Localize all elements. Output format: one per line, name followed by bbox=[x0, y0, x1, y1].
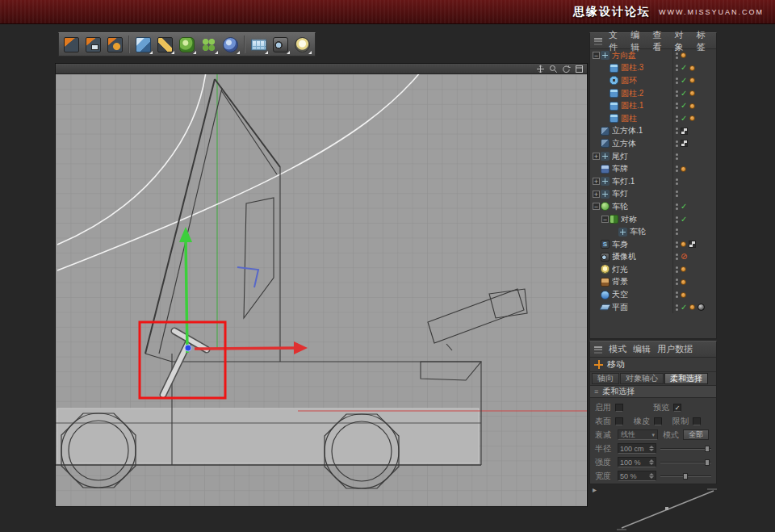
expand-toggle[interactable]: − bbox=[601, 216, 609, 223]
tab-axis[interactable]: 轴向 bbox=[592, 373, 619, 384]
tree-row[interactable]: 天空 bbox=[590, 288, 716, 301]
material-tag-icon[interactable] bbox=[698, 304, 705, 311]
object-label[interactable]: 车身 bbox=[612, 239, 628, 250]
tree-row[interactable]: +车灯.1 bbox=[590, 175, 716, 188]
tree-row[interactable]: 摄像机⊘ bbox=[590, 251, 716, 264]
visibility-dots[interactable] bbox=[676, 77, 678, 84]
tree-row[interactable]: 圆环✓ bbox=[590, 74, 716, 87]
tree-row[interactable]: 圆柱.2✓ bbox=[590, 87, 716, 100]
tree-row[interactable]: +尾灯 bbox=[590, 150, 716, 163]
checkbox[interactable] bbox=[654, 417, 662, 425]
visibility-dots[interactable] bbox=[676, 253, 678, 260]
tree-row[interactable]: 圆柱✓ bbox=[590, 112, 716, 125]
am-menu-item[interactable]: 模式 bbox=[609, 343, 626, 355]
toolbar-button[interactable] bbox=[105, 35, 125, 55]
falloff-curve[interactable] bbox=[614, 486, 720, 532]
tree-row[interactable]: +车灯 bbox=[590, 188, 716, 201]
am-menu-item[interactable]: 用户数据 bbox=[657, 343, 693, 355]
tree-row[interactable]: 车身 bbox=[590, 238, 716, 251]
toolbar-button[interactable] bbox=[133, 35, 153, 55]
expand-toggle[interactable]: + bbox=[593, 191, 600, 198]
enabled-check-icon[interactable]: ✓ bbox=[681, 64, 687, 72]
enabled-check-icon[interactable]: ✓ bbox=[681, 216, 687, 224]
checkbox[interactable]: ✓ bbox=[673, 404, 681, 412]
expand-toggle[interactable]: + bbox=[593, 153, 600, 160]
slider-handle[interactable] bbox=[705, 459, 710, 466]
object-label[interactable]: 圆柱.3 bbox=[621, 62, 643, 73]
toggle-view-icon[interactable] bbox=[575, 65, 584, 73]
checkbox[interactable] bbox=[615, 417, 623, 425]
visibility-dots[interactable] bbox=[676, 165, 678, 172]
object-label[interactable]: 立方体 bbox=[612, 138, 636, 149]
checkbox[interactable] bbox=[693, 417, 701, 425]
tag-dot-icon[interactable] bbox=[681, 279, 686, 285]
visibility-dots[interactable] bbox=[676, 178, 678, 185]
visibility-dots[interactable] bbox=[676, 90, 678, 97]
enabled-check-icon[interactable]: ✓ bbox=[681, 90, 687, 98]
enabled-check-icon[interactable]: ✓ bbox=[681, 102, 687, 110]
step-up-icon[interactable] bbox=[649, 446, 654, 448]
mode-button[interactable]: 全部 bbox=[683, 429, 709, 440]
toolbar-button[interactable] bbox=[270, 35, 291, 55]
visibility-dots[interactable] bbox=[676, 291, 678, 298]
value-input[interactable]: 100 cm bbox=[618, 443, 656, 454]
value-input[interactable]: 50 % bbox=[618, 471, 656, 481]
toolbar-button[interactable] bbox=[61, 35, 82, 55]
slider-handle[interactable] bbox=[705, 446, 710, 452]
step-down-icon[interactable] bbox=[649, 449, 654, 451]
tab-soft-selection[interactable]: 柔和选择 bbox=[664, 373, 708, 384]
visibility-dots[interactable] bbox=[676, 266, 678, 273]
tree-row[interactable]: 立方体.1 bbox=[590, 125, 716, 138]
slider-track[interactable] bbox=[660, 443, 711, 454]
object-label[interactable]: 圆柱.2 bbox=[621, 88, 643, 99]
step-down-icon[interactable] bbox=[649, 476, 654, 479]
tree-row[interactable]: 圆柱.3✓ bbox=[590, 62, 716, 75]
visibility-dots[interactable] bbox=[676, 216, 678, 223]
object-label[interactable]: 圆柱.1 bbox=[621, 100, 643, 111]
tab-object-axis[interactable]: 对象轴心 bbox=[620, 373, 664, 384]
checkbox[interactable] bbox=[615, 404, 623, 412]
object-label[interactable]: 车灯.1 bbox=[612, 176, 635, 187]
am-menu-item[interactable]: 编辑 bbox=[633, 343, 651, 355]
viewport-canvas[interactable] bbox=[56, 74, 587, 506]
pan-icon[interactable] bbox=[536, 65, 545, 73]
rotate-icon[interactable] bbox=[562, 65, 571, 73]
step-up-icon[interactable] bbox=[649, 459, 654, 462]
visibility-dots[interactable] bbox=[676, 153, 678, 160]
enabled-check-icon[interactable]: ✓ bbox=[681, 203, 687, 211]
slider-handle[interactable] bbox=[683, 473, 688, 480]
visibility-dots[interactable] bbox=[676, 279, 678, 285]
enabled-check-icon[interactable]: ✓ bbox=[681, 304, 687, 312]
tree-row[interactable]: −车轮✓ bbox=[590, 200, 716, 213]
object-label[interactable]: 对称 bbox=[621, 214, 637, 225]
value-input[interactable]: 100 % bbox=[618, 457, 656, 467]
tree-row[interactable]: 车牌 bbox=[590, 162, 716, 175]
tree-row[interactable]: 圆柱.1✓ bbox=[590, 99, 716, 112]
falloff-select[interactable]: 线性▾ bbox=[618, 429, 658, 440]
toolbar-button[interactable] bbox=[177, 35, 197, 55]
expand-toggle[interactable]: + bbox=[593, 178, 600, 185]
visibility-dots[interactable] bbox=[676, 228, 678, 235]
object-label[interactable]: 车灯 bbox=[612, 188, 628, 199]
viewport[interactable] bbox=[55, 63, 588, 507]
tag-dot-icon[interactable] bbox=[689, 103, 695, 109]
tag-dot-icon[interactable] bbox=[689, 304, 695, 310]
object-label[interactable]: 灯光 bbox=[612, 264, 628, 275]
disabled-icon[interactable]: ⊘ bbox=[681, 253, 687, 261]
visibility-dots[interactable] bbox=[676, 203, 678, 210]
toolbar-button[interactable] bbox=[292, 35, 312, 55]
stepper-arrows[interactable] bbox=[649, 473, 654, 479]
slider-track[interactable] bbox=[660, 471, 711, 481]
tag-dot-icon[interactable] bbox=[681, 241, 686, 247]
enabled-check-icon[interactable]: ✓ bbox=[681, 77, 687, 85]
expand-toggle[interactable]: − bbox=[593, 52, 600, 59]
object-label[interactable]: 平面 bbox=[612, 302, 628, 313]
tag-dot-icon[interactable] bbox=[689, 77, 695, 83]
toolbar-button[interactable] bbox=[155, 35, 175, 55]
visibility-dots[interactable] bbox=[676, 241, 678, 248]
tag-dot-icon[interactable] bbox=[689, 65, 695, 71]
step-down-icon[interactable] bbox=[649, 463, 654, 465]
tree-row[interactable]: −对称✓ bbox=[590, 213, 716, 226]
visibility-dots[interactable] bbox=[676, 304, 678, 311]
expand-toggle[interactable]: − bbox=[593, 203, 600, 210]
